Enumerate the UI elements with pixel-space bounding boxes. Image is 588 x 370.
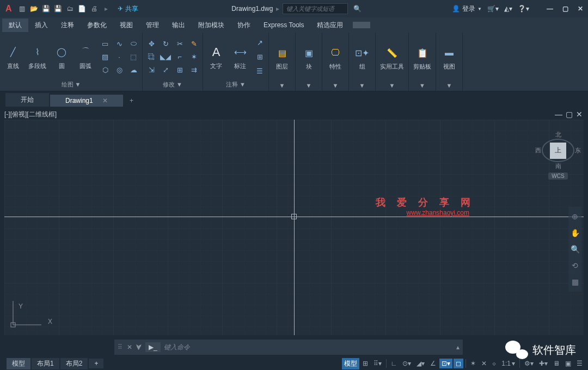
viewcube[interactable]: 北 西 上 东 南 WCS bbox=[539, 131, 577, 180]
dim-button[interactable]: ⟷标注 bbox=[229, 42, 251, 71]
arc-button[interactable]: ⌒圆弧 bbox=[75, 42, 96, 71]
web-save-icon[interactable]: 🗂 bbox=[65, 4, 75, 14]
sb-osnap-icon[interactable]: ⊡▾ bbox=[439, 359, 452, 368]
tab-addins[interactable]: 附加模块 bbox=[192, 18, 231, 32]
spline-icon[interactable]: ∿ bbox=[113, 38, 126, 50]
region-icon[interactable]: ⬚ bbox=[127, 51, 140, 63]
view-button[interactable]: ▬视图 bbox=[438, 43, 460, 72]
panel-util-title[interactable]: ▼ bbox=[378, 81, 406, 90]
block-button[interactable]: ▣块 bbox=[298, 43, 320, 72]
hatch-icon[interactable]: ▨ bbox=[99, 51, 112, 63]
panel-annotate-title[interactable]: 注释 ▼ bbox=[205, 79, 266, 90]
tab-collaborate[interactable]: 协作 bbox=[231, 18, 257, 32]
vc-top-face[interactable]: 上 bbox=[550, 143, 566, 159]
tab-annotate[interactable]: 注释 bbox=[54, 18, 81, 32]
donut-icon[interactable]: ◎ bbox=[113, 64, 126, 76]
move-icon[interactable]: ✥ bbox=[145, 38, 158, 50]
full-nav-icon[interactable]: ⊕ bbox=[569, 210, 580, 223]
plot-icon[interactable]: 📄 bbox=[77, 4, 87, 14]
panel-clip-title[interactable]: ▼ bbox=[411, 81, 433, 90]
tab-parametric[interactable]: 参数化 bbox=[81, 18, 113, 32]
cmd-grip-icon[interactable]: ⠿ bbox=[118, 343, 124, 351]
text-button[interactable]: A文字 bbox=[205, 42, 227, 71]
sb-ortho-icon[interactable]: ∟ bbox=[389, 359, 400, 368]
sb-annovisible-icon[interactable]: ⟐ bbox=[490, 359, 498, 368]
scale-icon[interactable]: ⤢ bbox=[159, 64, 172, 76]
sb-plus-icon[interactable]: ✚▾ bbox=[537, 359, 550, 368]
zoom-icon[interactable]: 🔍 bbox=[569, 243, 580, 256]
table-icon[interactable]: ⊞ bbox=[253, 51, 266, 63]
explode-icon[interactable]: ✶ bbox=[187, 51, 200, 63]
layout-1[interactable]: 布局1 bbox=[32, 358, 59, 369]
tab-output[interactable]: 输出 bbox=[166, 18, 192, 32]
array-icon[interactable]: ⊞ bbox=[173, 64, 186, 76]
tab-featured[interactable]: 精选应用 bbox=[310, 18, 350, 32]
mirror-icon[interactable]: ◣◢ bbox=[159, 51, 172, 63]
layout-model[interactable]: 模型 bbox=[7, 358, 30, 369]
sb-iso-icon[interactable]: ◢▾ bbox=[414, 359, 427, 368]
cmd-expand-icon[interactable]: ▴ bbox=[456, 343, 460, 351]
erase-icon[interactable]: ✎ bbox=[187, 38, 200, 50]
viewport-label[interactable]: [-][俯视][二维线框] bbox=[4, 110, 57, 119]
sb-monitor-icon[interactable]: 🖥 bbox=[551, 359, 562, 368]
layer-button[interactable]: ▤图层 bbox=[271, 43, 293, 72]
maximize-button[interactable]: ▢ bbox=[561, 4, 569, 13]
command-line[interactable]: ⠿ ✕ ⮟ ▶_ 键入命令 ▴ bbox=[114, 340, 463, 355]
rect-icon[interactable]: ▭ bbox=[99, 38, 112, 50]
saveas-icon[interactable]: 💾 bbox=[53, 4, 63, 14]
tab-view[interactable]: 视图 bbox=[113, 18, 139, 32]
sb-model[interactable]: 模型 bbox=[342, 358, 359, 369]
search-icon[interactable]: 🔍 bbox=[353, 5, 362, 13]
cart-icon[interactable]: 🛒▾ bbox=[487, 5, 499, 13]
mtext-icon[interactable]: ☰ bbox=[253, 65, 266, 77]
cmd-input[interactable]: 键入命令 bbox=[164, 343, 453, 352]
line-button[interactable]: ╱直线 bbox=[2, 42, 24, 71]
pan-icon[interactable]: ✋ bbox=[569, 226, 580, 239]
minimize-button[interactable]: — bbox=[546, 4, 554, 13]
sb-custom-icon[interactable]: ☰ bbox=[574, 359, 585, 368]
sb-polar-icon[interactable]: ⊙▾ bbox=[400, 359, 413, 368]
sb-scale[interactable]: 1:1▾ bbox=[499, 359, 517, 368]
panel-draw-title[interactable]: 绘图 ▼ bbox=[2, 79, 140, 90]
sb-snap-icon[interactable]: ⠿▾ bbox=[371, 359, 384, 368]
wcs-badge[interactable]: WCS bbox=[548, 172, 567, 180]
cmd-close-icon[interactable]: ✕ bbox=[127, 343, 132, 351]
showmotion-icon[interactable]: ▦ bbox=[569, 275, 580, 288]
ucs-icon[interactable]: Y X bbox=[9, 297, 47, 331]
vp-max-icon[interactable]: ▢ bbox=[566, 110, 573, 119]
help-icon[interactable]: ❔▾ bbox=[518, 5, 529, 13]
copy-icon[interactable]: ⿻ bbox=[145, 51, 158, 63]
panel-modify-title[interactable]: 修改 ▼ bbox=[145, 79, 200, 90]
props-button[interactable]: 🖵特性 bbox=[324, 43, 346, 72]
polygon-icon[interactable]: ⬡ bbox=[99, 64, 112, 76]
tab-close-icon[interactable]: ✕ bbox=[102, 97, 108, 104]
vp-min-icon[interactable]: — bbox=[555, 110, 562, 119]
search-input[interactable]: 键入关键字或短语 bbox=[283, 3, 348, 14]
fillet-icon[interactable]: ⌐ bbox=[173, 51, 186, 63]
app-logo-icon[interactable]: A bbox=[3, 4, 14, 14]
share-button[interactable]: ✈ 共享 bbox=[114, 3, 142, 15]
polyline-button[interactable]: ⌇多段线 bbox=[26, 42, 48, 71]
panel-layer-title[interactable]: ▼ bbox=[271, 81, 293, 90]
group-button[interactable]: ⊡✦组 bbox=[351, 43, 373, 72]
orbit-icon[interactable]: ⟲ bbox=[569, 259, 580, 272]
print-icon[interactable]: 🖨 bbox=[89, 4, 99, 14]
sb-max-icon[interactable]: ▣ bbox=[563, 359, 573, 368]
cmd-recent-icon[interactable]: ⮟ bbox=[136, 343, 142, 351]
sb-otrack-icon[interactable]: ∠ bbox=[428, 359, 438, 368]
revision-icon[interactable]: ☁ bbox=[127, 64, 140, 76]
offset-icon[interactable]: ⇉ bbox=[187, 64, 200, 76]
panel-view-title[interactable]: ▼ bbox=[438, 81, 460, 90]
sb-dyn-icon[interactable]: ◻ bbox=[454, 359, 463, 368]
vc-ring[interactable]: 西 上 东 bbox=[542, 139, 574, 162]
layout-add[interactable]: + bbox=[89, 359, 103, 368]
ellipse-icon[interactable]: ⬭ bbox=[127, 38, 140, 50]
chevron-right-icon[interactable]: ▸ bbox=[276, 5, 279, 13]
canvas[interactable]: 我 爱 分 享 网 www.zhanshaoyi.com Y X 北 西 上 东… bbox=[4, 120, 584, 335]
stretch-icon[interactable]: ⇲ bbox=[145, 64, 158, 76]
tab-overflow[interactable] bbox=[353, 22, 370, 28]
util-button[interactable]: 📏实用工具 bbox=[378, 43, 406, 72]
tab-default[interactable]: 默认 bbox=[2, 18, 28, 32]
login-button[interactable]: 👤 登录 ▼ bbox=[452, 4, 482, 14]
panel-block-title[interactable]: ▼ bbox=[298, 81, 320, 90]
